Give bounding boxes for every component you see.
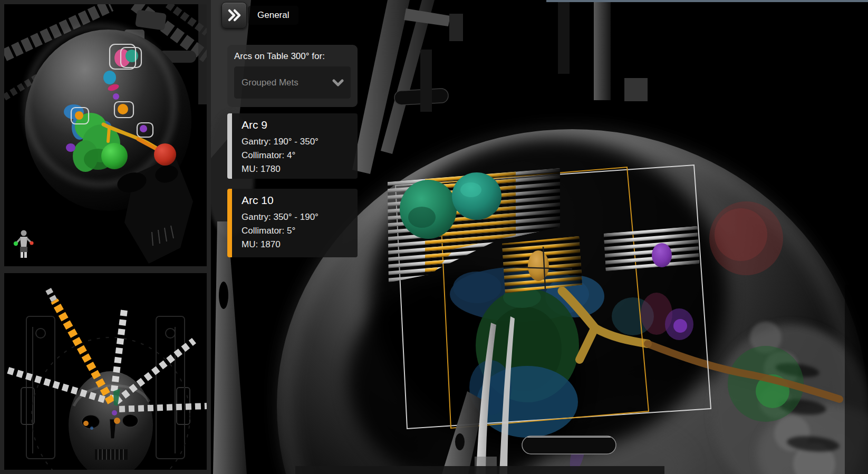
double-chevron-right-icon [226,8,242,22]
arc-10-gantry: Gantry: 350° - 190° [242,210,354,224]
dropdown-selected-value: Grouped Mets [242,78,332,88]
side-views-column [0,0,211,474]
target-orange [528,250,549,281]
met-orange-1 [118,104,128,114]
arc-10-title: Arc 10 [242,194,354,207]
target-purple [652,243,672,267]
arc-selector-panel: Arcs on Table 300° for: Grouped Mets [227,45,358,107]
met-purple-small [113,93,119,100]
target-red-sphere [154,143,176,166]
target-green-sphere [101,143,128,169]
met-purple-right [140,125,147,132]
chevron-down-icon [332,79,344,86]
arc-beams-3d-view[interactable] [4,273,207,470]
arc-beams-scene [4,273,207,470]
target-teal-2 [452,172,501,220]
arc-card-10[interactable]: Arc 10 Gantry: 350° - 190° Collimator: 5… [227,189,358,257]
panel-title-tab: General [248,6,298,25]
panel-title: General [257,10,289,20]
arc-card-9[interactable]: Arc 9 Gantry: 190° - 350° Collimator: 4°… [227,113,358,179]
right-hand-marker [30,241,33,245]
arc-10-mu: MU: 1870 [242,238,354,251]
arc-9-collimator: Collimator: 4° [242,149,354,162]
mlc-cluster-right [604,226,699,271]
met-cyan [103,71,116,84]
met-orange-2 [75,111,83,120]
arc-9-mu: MU: 1780 [242,162,354,176]
app-window: General Arcs on Table 300° for: Grouped … [0,0,868,474]
arc-selector-label: Arcs on Table 300° for: [234,51,325,62]
arc-10-collimator: Collimator: 5° [242,224,354,238]
skull-overview-3d-view[interactable] [4,4,207,266]
arc-10-accent-bar [227,189,232,257]
headrest-bar [522,436,616,454]
met-teal [126,50,138,62]
view-top-edge-bar [546,0,868,2]
skull-overview-scene [4,4,207,266]
met-purple-left [66,143,75,152]
left-hand-marker [14,241,18,246]
arc-9-gantry: Gantry: 190° - 350° [242,135,354,149]
target-group-dropdown[interactable]: Grouped Mets [234,66,351,99]
expand-panel-button[interactable] [221,2,247,28]
arc-9-accent-bar [227,113,232,179]
arc-9-title: Arc 9 [242,119,354,131]
